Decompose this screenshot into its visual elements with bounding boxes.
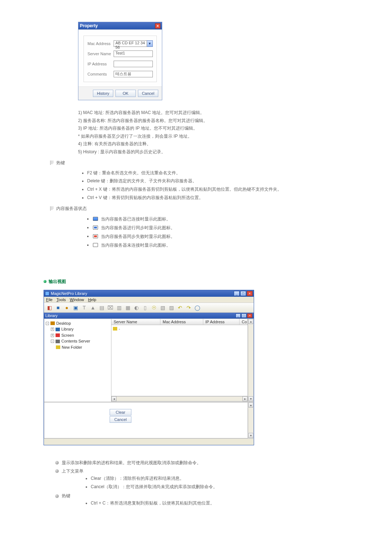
toolbar-icon-18[interactable]: ◯	[194, 304, 201, 311]
toolbar-icon-6[interactable]: ▲	[90, 304, 96, 311]
expand-toggle[interactable]: -	[46, 322, 49, 325]
v-scroll-track[interactable]	[248, 408, 254, 433]
output-desc-row: 显示添加和删除库的进程和结果。您可使用此视图取消添加或删除命令。	[55, 460, 348, 466]
close-icon[interactable]: ×	[155, 23, 160, 29]
scroll-up-icon[interactable]: ▴	[248, 319, 253, 324]
toolbar-icon-5[interactable]: T	[81, 304, 87, 311]
hotkeys-list: F2 键：重命名所选文件夹。但无法重命名文件。 Delete 键：删除选定的文件…	[87, 169, 348, 202]
status-syncing-text: 当内容服务器进行同步时显示此图标。	[101, 223, 175, 232]
tree-contents-server[interactable]: Contents Server	[61, 338, 90, 344]
cancel-button[interactable]: Cancel	[138, 90, 158, 97]
output-hotkey-row: 热键	[55, 493, 348, 499]
output-hotkey-label: 热键	[62, 493, 70, 499]
list-pane: Server Name Mac Address IP Address Co -	[111, 319, 254, 402]
expand-toggle[interactable]: +	[51, 328, 54, 331]
close-button[interactable]: ×	[247, 291, 253, 296]
status-connected: 当内容服务器已连接时显示此图标。	[87, 215, 348, 223]
history-button[interactable]: History	[93, 90, 113, 97]
toolbar-icon-2[interactable]: ■	[55, 304, 61, 311]
mac-address-input[interactable]: AB CD EF 12 34 56	[114, 40, 147, 47]
maximize-button[interactable]: □	[240, 291, 246, 296]
scroll-left-icon[interactable]: ◂	[111, 396, 117, 401]
toolbar-icon-9[interactable]: ▥	[116, 304, 122, 311]
library-icon	[56, 328, 60, 331]
dialog-titlebar[interactable]: Property ×	[78, 22, 162, 29]
comments-input[interactable]: 테스트용	[114, 71, 153, 77]
status-fail-text: 当内容服务器同步失败时显示此图标。	[101, 232, 175, 241]
list-item[interactable]: -	[113, 327, 246, 331]
dialog-body: Mac Address AB CD EF 12 34 56 ▼ Server N…	[78, 29, 162, 86]
toolbar-icon-7[interactable]: ▤	[98, 304, 105, 311]
col-server-name[interactable]: Server Name	[111, 319, 160, 325]
minimize-button[interactable]: _	[234, 291, 240, 296]
toolbar-icon-4[interactable]: ▣	[72, 304, 79, 311]
expand-toggle[interactable]: -	[51, 340, 54, 343]
menu-help[interactable]: Help	[88, 297, 97, 302]
dialog-title: Property	[80, 23, 98, 28]
scroll-right-icon[interactable]: ▸	[242, 396, 248, 401]
output-hotkey-ctrlc: Ctrl + C：将所选消息复制到剪贴板，以便将其粘贴到其他位置。	[91, 499, 348, 507]
scroll-down-icon[interactable]: ▾	[248, 396, 253, 401]
status-disc-text: 当内容服务器未连接时显示此图标。	[101, 241, 171, 250]
toolbar-icon-13[interactable]: ☉	[151, 304, 157, 311]
output-pane: Clear Cancel ▴ ▾	[44, 402, 254, 438]
scroll-up-icon[interactable]: ▴	[248, 402, 253, 408]
disconnected-icon	[93, 243, 98, 247]
menu-file[interactable]: File	[46, 297, 53, 302]
toolbar-icon-12[interactable]: ▯	[142, 304, 148, 311]
col-co[interactable]: Co	[240, 319, 248, 325]
ok-button[interactable]: OK	[115, 90, 136, 97]
v-scrollbar[interactable]: ▴ ▾	[248, 319, 254, 402]
toolbar-icon-15[interactable]: ▨	[168, 304, 175, 311]
toolbar-icon-16[interactable]: ↶	[177, 304, 183, 311]
tree-desktop[interactable]: Desktop	[56, 320, 71, 327]
property-dialog: Property × Mac Address AB CD EF 12 34 56…	[78, 22, 162, 100]
toolbar-icon-17[interactable]: ↷	[185, 304, 192, 311]
h-scrollbar[interactable]: ◂ ▸	[111, 396, 248, 402]
server-name-input[interactable]: Test1	[114, 50, 153, 57]
pane-minimize-button[interactable]: _	[236, 313, 241, 318]
toolbar-icon-1[interactable]: ◧	[46, 304, 53, 311]
output-area[interactable]: Clear Cancel	[44, 402, 248, 438]
menu-window[interactable]: Window	[70, 297, 84, 302]
col-ip-address[interactable]: IP Address	[203, 319, 240, 325]
cancel-output-button[interactable]: Cancel	[110, 416, 131, 423]
toolbar-icon-3[interactable]: ●	[64, 304, 70, 311]
output-hotkey-list: Ctrl + C：将所选消息复制到剪贴板，以便将其粘贴到其他位置。	[91, 499, 348, 507]
output-view-title: 输出视图	[49, 279, 66, 285]
context-menu-row: 上下文菜单	[55, 468, 348, 474]
clear-button[interactable]: Clear	[110, 409, 131, 416]
output-v-scrollbar[interactable]: ▴ ▾	[248, 402, 254, 438]
list-area[interactable]: -	[111, 325, 248, 396]
h-scroll-track[interactable]	[117, 396, 242, 401]
hotkeys-heading: 热键	[50, 160, 348, 166]
toolbar-icon-8[interactable]: ⌧	[107, 304, 114, 311]
toolbar-icon-14[interactable]: ▧	[159, 304, 166, 311]
v-scroll-track[interactable]	[248, 324, 254, 396]
tree-library[interactable]: Library	[61, 326, 74, 332]
ip-address-input[interactable]	[114, 61, 153, 67]
chevron-down-icon[interactable]: ▼	[147, 40, 153, 47]
app-titlebar[interactable]: MagicNetPro Library _ □ ×	[44, 290, 254, 297]
toolbar-icon-10[interactable]: ▦	[124, 304, 131, 311]
property-desc-list: 1) MAC 地址: 所选内容服务器的 MAC 地址。您可对其进行编辑。 2) …	[78, 109, 348, 156]
expand-toggle[interactable]: +	[51, 334, 54, 337]
app-window: MagicNetPro Library _ □ × File Tools Win…	[44, 290, 254, 445]
col-mac-address[interactable]: Mac Address	[160, 319, 203, 325]
hotkey-delete: Delete 键：删除选定的文件夹、子文件夹和内容服务器。	[87, 177, 348, 185]
column-headers[interactable]: Server Name Mac Address IP Address Co	[111, 319, 248, 325]
connected-icon	[93, 217, 98, 221]
menu-tools[interactable]: Tools	[57, 297, 66, 302]
tree-view[interactable]: -Desktop +Library +Screen -Contents Serv…	[44, 319, 111, 402]
tree-screen[interactable]: Screen	[61, 332, 74, 339]
app-title-text: MagicNetPro Library	[51, 291, 87, 296]
context-cancel: Cancel（取消）：您可选择并取消尚未完成的库添加或删除命令。	[91, 483, 348, 491]
pane-close-button[interactable]: ×	[247, 313, 252, 318]
field-box: Mac Address AB CD EF 12 34 56 ▼ Server N…	[83, 36, 157, 82]
toolbar-icon-11[interactable]: ◐	[133, 304, 140, 311]
tree-new-folder[interactable]: New Folder	[62, 344, 82, 351]
pane-maximize-button[interactable]: □	[241, 313, 246, 318]
desc-line-6: 5) History : 显示内容服务器的同步历史记录。	[78, 148, 348, 156]
library-pane-title[interactable]: Library _ □ ×	[44, 313, 254, 319]
scroll-down-icon[interactable]: ▾	[248, 433, 253, 438]
